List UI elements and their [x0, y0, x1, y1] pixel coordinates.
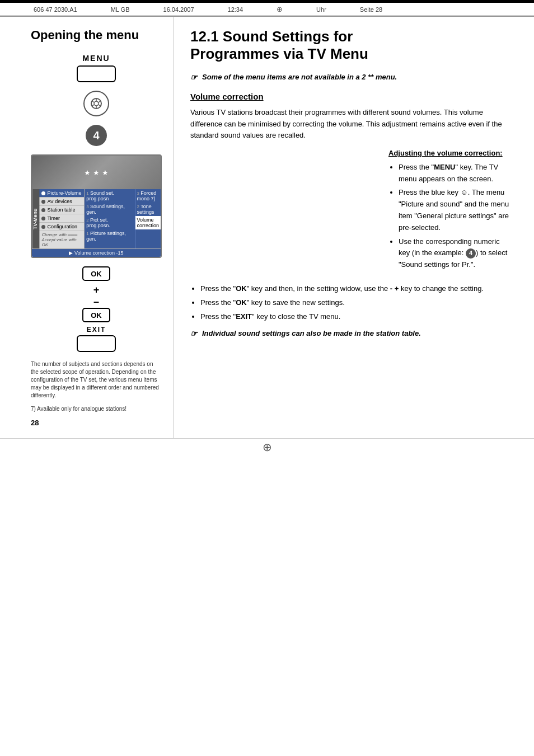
plus-sign: +: [93, 284, 100, 295]
tv-submenu-col: 1 Sound set. prog.posn 3 Sound settings,…: [85, 189, 135, 248]
minus-sign: –: [93, 296, 99, 307]
number-badge: 4: [86, 125, 107, 146]
bullet-bottom-2: Press the "OK" key to save the new setti…: [200, 297, 512, 309]
doc-time: 12:34: [228, 6, 243, 13]
ok-button-top[interactable]: OK: [82, 266, 110, 281]
footer-note: The number of subjects and sections depe…: [31, 360, 162, 400]
bottom-bar: ⊕: [0, 438, 534, 455]
tv-screen-mockup: ★ ★ ★ TV-Menu Picture-Volume AV devices: [31, 154, 162, 258]
note-text-top: Some of the menu items are not available…: [202, 73, 397, 81]
plus-area: +: [31, 284, 162, 296]
sidebar-item-config: Configuration: [39, 223, 84, 231]
sidebar-label: Configuration: [47, 224, 77, 229]
note-icon-top: ☞: [190, 73, 198, 82]
submenu-row-1: 1 Sound set. prog.posn: [85, 189, 134, 203]
blue-key-area: [31, 91, 162, 116]
minus-area: –: [31, 296, 162, 308]
sidebar-dot: [41, 208, 45, 212]
right-section-title: 12.1 Sound Settings for Programmes via T…: [190, 28, 512, 63]
doc-unit: Uhr: [316, 6, 326, 13]
note-box-top: ☞ Some of the menu items are not availab…: [190, 73, 512, 82]
instructions-left: [190, 149, 383, 278]
sidebar-dot: [41, 225, 45, 229]
menu-label: MENU: [82, 54, 110, 63]
sidebar-item-av: AV devices: [39, 198, 84, 206]
note-icon-bottom: ☞: [190, 329, 198, 338]
left-column: Opening the menu MENU: [0, 17, 174, 438]
sidebar-dot: [41, 191, 45, 195]
sidebar-item-station: Station table: [39, 206, 84, 214]
title-line1: 12.1 Sound Settings for: [190, 28, 353, 45]
note-text-bottom: Individual sound settings can also be ma…: [202, 329, 421, 337]
tv-right-col: 3 Forced mono 7) 2 Tone settings Volume …: [135, 189, 161, 248]
ok-button-bottom[interactable]: OK: [82, 308, 110, 322]
crosshair-bottom: ⊕: [263, 440, 272, 454]
submenu-row-4: 1 Picture settings, gen.: [85, 229, 134, 243]
sidebar-label: Timer: [47, 215, 60, 221]
tv-stars: ★ ★ ★: [84, 168, 108, 177]
main-content: Opening the menu MENU: [0, 17, 534, 438]
blue-key-icon: [83, 91, 109, 116]
tv-bottom-bar: ▶ Volume correction -15: [32, 248, 161, 257]
sidebar-item-picture-volume: Picture-Volume: [39, 189, 84, 198]
bullet-list-bottom: Press the "OK" key and then, in the sett…: [190, 283, 512, 322]
doc-date: 16.04.2007: [163, 6, 194, 13]
sidebar-footer1: Change with ═══Accept value with OK: [39, 231, 84, 248]
subsection-title: Volume correction: [190, 92, 512, 101]
ok-button-top-area: OK: [31, 266, 162, 281]
note-box-bottom: ☞ Individual sound settings can also be …: [190, 329, 512, 338]
sidebar-item-timer: Timer: [39, 214, 84, 223]
bullet-item-3: Use the corresponding numeric key (in th…: [399, 236, 512, 271]
header-bar: 606 47 2030.A1 ML GB 16.04.2007 12:34 ⊕ …: [0, 2, 534, 16]
page-number: 28: [31, 419, 162, 427]
menu-button[interactable]: [77, 65, 116, 82]
tv-sidebar: Picture-Volume AV devices Station table …: [39, 189, 85, 248]
menu-button-area: MENU: [31, 54, 162, 82]
exit-area: EXIT: [31, 326, 162, 352]
right-column: 12.1 Sound Settings for Programmes via T…: [174, 17, 534, 438]
bullet-item-2: Press the blue key ☺. The menu "Picture …: [399, 187, 512, 233]
left-section-title: Opening the menu: [31, 28, 162, 43]
bullet-item-1: Press the "MENU" key. The TV menu appear…: [399, 162, 512, 185]
exit-button[interactable]: [77, 335, 116, 352]
right-row-1: 3 Forced mono 7): [135, 189, 161, 203]
instructions-right: Adjusting the volume correction: Press t…: [388, 149, 512, 278]
sidebar-label: Picture-Volume: [47, 190, 81, 196]
doc-page-label: Seite 28: [360, 6, 382, 13]
two-col-instructions: Adjusting the volume correction: Press t…: [190, 149, 512, 278]
bullet-bottom-3: Press the "EXIT" key to close the TV men…: [200, 311, 512, 323]
doc-ref: 606 47 2030.A1: [34, 6, 77, 13]
ok-button-bottom-area: OK: [31, 308, 162, 322]
sidebar-dot: [41, 200, 45, 204]
sidebar-dot: [41, 217, 45, 220]
footnote7: 7) Available only for analogue stations!: [31, 405, 162, 413]
title-line2: Programmes via TV Menu: [190, 45, 368, 62]
number-badge-area: 4: [31, 125, 162, 146]
tv-image-area: ★ ★ ★: [32, 156, 161, 189]
tv-vertical-label: TV-Menu: [32, 189, 39, 248]
right-row-2: 2 Tone settings: [135, 203, 161, 216]
adjusting-title: Adjusting the volume correction:: [388, 149, 512, 157]
bullet-bottom-1: Press the "OK" key and then, in the sett…: [200, 283, 512, 295]
body-text: Various TV stations broadcast their prog…: [190, 107, 512, 140]
svg-point-1: [94, 101, 99, 106]
key-inner-icon: [90, 97, 103, 110]
exit-label: EXIT: [87, 326, 106, 334]
submenu-row-3: 2 Pict set. prog.posn.: [85, 216, 134, 229]
doc-lang: ML GB: [111, 6, 130, 13]
sidebar-label: Station table: [47, 207, 75, 213]
right-row-3-active: Volume correction: [135, 216, 161, 229]
submenu-row-2: 3 Sound settings, gen.: [85, 203, 134, 216]
crosshair-header: ⊕: [277, 5, 283, 13]
tv-menu-area: TV-Menu Picture-Volume AV devices Statio…: [32, 189, 161, 248]
sidebar-label: AV devices: [47, 199, 72, 204]
bullet-list-top: Press the "MENU" key. The TV menu appear…: [388, 162, 512, 271]
